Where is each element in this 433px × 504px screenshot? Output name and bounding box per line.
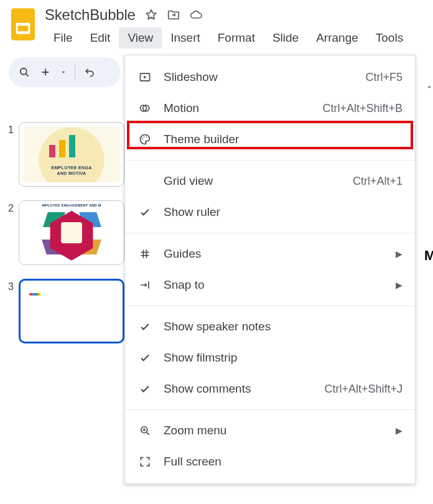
menu-separator (125, 233, 415, 233)
menu-bar: File Edit View Insert Format Slide Arran… (45, 27, 412, 49)
svg-point-9 (146, 136, 147, 138)
menu-separator (125, 160, 415, 161)
check-icon (137, 319, 152, 334)
undo-icon[interactable] (83, 65, 96, 79)
slide-thumbnail-2[interactable]: MPLOYEE ENGAGEMENT AND M (19, 200, 124, 265)
menu-item-slideshow[interactable]: Slideshow Ctrl+F5 (125, 62, 415, 93)
menu-separator (125, 409, 415, 410)
menu-item-show-ruler[interactable]: Show ruler (125, 197, 415, 228)
menu-view[interactable]: View (119, 27, 162, 49)
snap-icon (137, 278, 152, 292)
check-icon (137, 205, 152, 220)
menu-file[interactable]: File (45, 27, 81, 49)
view-menu-dropdown: Slideshow Ctrl+F5 Motion Ctrl+Alt+Shift+… (124, 55, 416, 484)
menu-item-theme-builder[interactable]: Theme builder (125, 124, 415, 155)
toolbar-separator (75, 65, 75, 80)
slide-number: 3 (5, 279, 14, 292)
menu-item-motion[interactable]: Motion Ctrl+Alt+Shift+B (125, 93, 415, 124)
menu-item-grid-view[interactable]: Grid view Ctrl+Alt+1 (125, 166, 415, 197)
slide-thumbnail-1[interactable]: EMPLOYEE ENGA AND MOTIVA (19, 122, 124, 187)
menu-item-full-screen[interactable]: Full screen (125, 446, 415, 477)
toolbar (9, 57, 121, 87)
menu-slide[interactable]: Slide (264, 27, 307, 49)
canvas-edge-text: M (424, 248, 433, 264)
menu-item-zoom-menu[interactable]: Zoom menu ▶ (125, 415, 415, 446)
fullscreen-icon (137, 454, 152, 469)
svg-rect-2 (18, 26, 29, 31)
menu-edit[interactable]: Edit (81, 27, 119, 49)
move-to-folder-icon[interactable] (167, 8, 180, 22)
submenu-arrow-icon: ▶ (396, 249, 403, 259)
doc-title[interactable]: SketchBubble (45, 6, 136, 24)
blank-icon (137, 174, 152, 189)
menu-format[interactable]: Format (209, 27, 264, 49)
menu-insert[interactable]: Insert (162, 27, 209, 49)
thumb-caption: EMPLOYEE ENGA AND MOTIVA (19, 166, 124, 176)
check-icon (137, 350, 152, 365)
submenu-arrow-icon: ▶ (396, 280, 403, 290)
slide-row[interactable]: 3 (5, 279, 124, 343)
motion-icon (137, 101, 152, 116)
new-slide-dropdown-icon[interactable] (60, 65, 67, 79)
chevron-down-icon[interactable] (426, 75, 433, 100)
grid-icon (137, 246, 152, 261)
menu-item-show-speaker-notes[interactable]: Show speaker notes (125, 311, 415, 342)
check-icon (137, 381, 152, 396)
title-bar: SketchBubble File Edit View Insert Forma… (0, 0, 433, 49)
menu-tools[interactable]: Tools (367, 27, 412, 49)
svg-point-7 (142, 138, 143, 139)
slide-thumbnail-3[interactable] (19, 279, 124, 343)
slide-number: 1 (5, 122, 14, 136)
menu-arrange[interactable]: Arrange (307, 27, 367, 49)
submenu-arrow-icon: ▶ (396, 426, 403, 436)
slide-row[interactable]: 2 MPLOYEE ENGAGEMENT AND M (5, 200, 124, 265)
menu-separator (125, 306, 415, 306)
menu-item-show-filmstrip[interactable]: Show filmstrip (125, 342, 415, 373)
new-slide-icon[interactable] (39, 65, 52, 79)
palette-icon (137, 132, 152, 147)
svg-point-3 (21, 68, 27, 75)
slide-row[interactable]: 1 EMPLOYEE ENGA AND MOTIVA (5, 122, 124, 187)
star-icon[interactable] (144, 8, 158, 22)
zoom-icon (137, 423, 152, 438)
menu-item-snap-to[interactable]: Snap to ▶ (125, 269, 415, 301)
menu-item-show-comments[interactable]: Show comments Ctrl+Alt+Shift+J (125, 373, 415, 404)
cloud-status-icon[interactable] (189, 8, 203, 22)
slide-filmstrip: 1 EMPLOYEE ENGA AND MOTIVA 2 MPLOYEE ENG… (5, 122, 124, 343)
slides-logo-icon[interactable] (10, 7, 36, 41)
svg-point-8 (144, 136, 145, 138)
slideshow-icon (137, 70, 152, 85)
search-icon[interactable] (17, 65, 31, 79)
slide-number: 2 (5, 200, 14, 214)
menu-item-guides[interactable]: Guides ▶ (125, 238, 415, 269)
